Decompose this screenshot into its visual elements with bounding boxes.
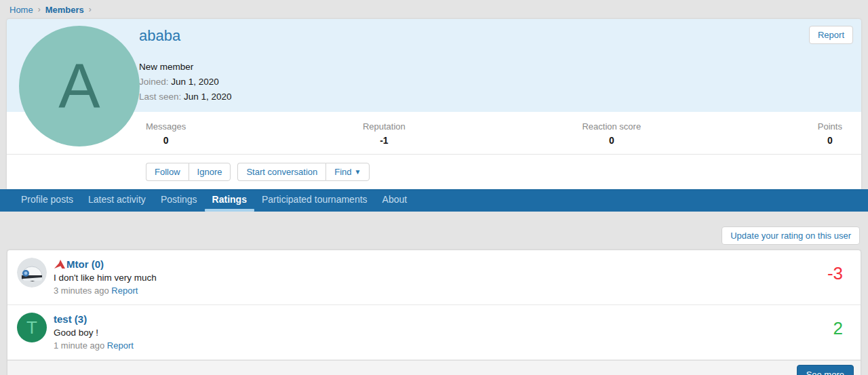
rating-timestamp: 1 minute ago xyxy=(54,340,104,351)
breadcrumb: Home › Members › xyxy=(0,0,868,19)
ignore-button[interactable]: Ignore xyxy=(189,163,231,181)
rating-score: 2 xyxy=(833,318,843,351)
report-rating-link[interactable]: Report xyxy=(107,340,134,351)
stat-label: Reputation xyxy=(363,121,406,132)
avatar-letter: T xyxy=(26,317,37,338)
follow-button[interactable]: Follow xyxy=(146,163,189,181)
stat-points: Points 0 xyxy=(818,121,842,146)
stat-value: -1 xyxy=(363,135,406,146)
rater-name-link[interactable]: Mtor (0) xyxy=(66,258,104,270)
helmet-avatar-image xyxy=(17,258,47,288)
stat-value: 0 xyxy=(146,135,186,146)
stat-label: Messages xyxy=(146,121,186,132)
profile-actions: Follow Ignore Start conversation Find▼ xyxy=(7,155,861,189)
breadcrumb-arrow-icon: › xyxy=(89,5,92,14)
page-title: ababa xyxy=(139,26,180,45)
stat-label: Points xyxy=(818,121,842,132)
rating-comment: I don't like him very much xyxy=(54,273,827,283)
start-conversation-button[interactable]: Start conversation xyxy=(237,163,326,181)
profile-card: A ababa Report New member Joined: Jun 1,… xyxy=(7,19,861,189)
ratings-list: Mtor (0) I don't like him very much 3 mi… xyxy=(7,250,861,375)
stat-value: 0 xyxy=(818,135,842,146)
tab-postings[interactable]: Postings xyxy=(153,189,205,212)
rater-name-link[interactable]: test (3) xyxy=(54,313,87,325)
rating-score: -3 xyxy=(827,263,843,296)
rating-row: Mtor (0) I don't like him very much 3 mi… xyxy=(7,250,861,305)
rater-avatar[interactable] xyxy=(17,258,47,288)
find-dropdown-button[interactable]: Find▼ xyxy=(326,163,370,181)
stat-value: 0 xyxy=(582,135,641,146)
update-rating-button[interactable]: Update your rating on this user xyxy=(722,226,860,245)
stat-label: Reaction score xyxy=(582,121,641,132)
tab-latest-activity[interactable]: Latest activity xyxy=(81,189,153,212)
red-team-logo-icon xyxy=(54,260,65,269)
joined-label: Joined: xyxy=(139,77,169,87)
stat-reaction-score: Reaction score 0 xyxy=(582,121,641,146)
update-rating-row: Update your rating on this user xyxy=(0,212,868,250)
report-button[interactable]: Report xyxy=(809,26,853,44)
rating-row: T test (3) Good boy ! 1 minute ago Repor… xyxy=(7,305,861,360)
rating-timestamp: 3 minutes ago xyxy=(54,285,109,296)
profile-stats-section: Messages 0 Reputation -1 Reaction score … xyxy=(7,112,861,189)
tab-about[interactable]: About xyxy=(375,189,415,212)
joined-value: Jun 1, 2020 xyxy=(171,77,219,87)
member-title: New member xyxy=(139,60,853,75)
tab-ratings[interactable]: Ratings xyxy=(205,189,254,212)
report-rating-link[interactable]: Report xyxy=(111,285,138,296)
avatar-letter: A xyxy=(58,51,100,122)
rater-avatar[interactable]: T xyxy=(17,313,47,342)
profile-tabbar: Profile posts Latest activity Postings R… xyxy=(0,189,868,212)
ratings-footer: See more xyxy=(7,360,861,375)
breadcrumb-arrow-icon: › xyxy=(38,5,41,14)
find-label: Find xyxy=(334,167,351,177)
tab-profile-posts[interactable]: Profile posts xyxy=(14,189,81,212)
rating-comment: Good boy ! xyxy=(54,328,833,338)
last-seen-value: Jun 1, 2020 xyxy=(184,92,232,102)
last-seen-label: Last seen: xyxy=(139,92,181,102)
last-seen-row: Last seen: Jun 1, 2020 xyxy=(139,90,853,104)
avatar[interactable]: A xyxy=(19,26,140,146)
chevron-down-icon: ▼ xyxy=(355,168,361,176)
joined-row: Joined: Jun 1, 2020 xyxy=(139,75,853,90)
stat-messages: Messages 0 xyxy=(146,121,186,146)
rating-meta: 1 minute ago Report xyxy=(54,340,833,351)
tab-participated-tournaments[interactable]: Participated tournaments xyxy=(254,189,375,212)
breadcrumb-members-link[interactable]: Members xyxy=(45,5,84,15)
rater-name-row: test (3) xyxy=(54,313,833,325)
rater-name-row: Mtor (0) xyxy=(54,258,827,270)
breadcrumb-home-link[interactable]: Home xyxy=(9,5,33,15)
stats-row: Messages 0 Reputation -1 Reaction score … xyxy=(7,112,861,155)
see-more-button[interactable]: See more xyxy=(797,365,854,375)
stat-reputation: Reputation -1 xyxy=(363,121,406,146)
rating-meta: 3 minutes ago Report xyxy=(54,285,827,296)
